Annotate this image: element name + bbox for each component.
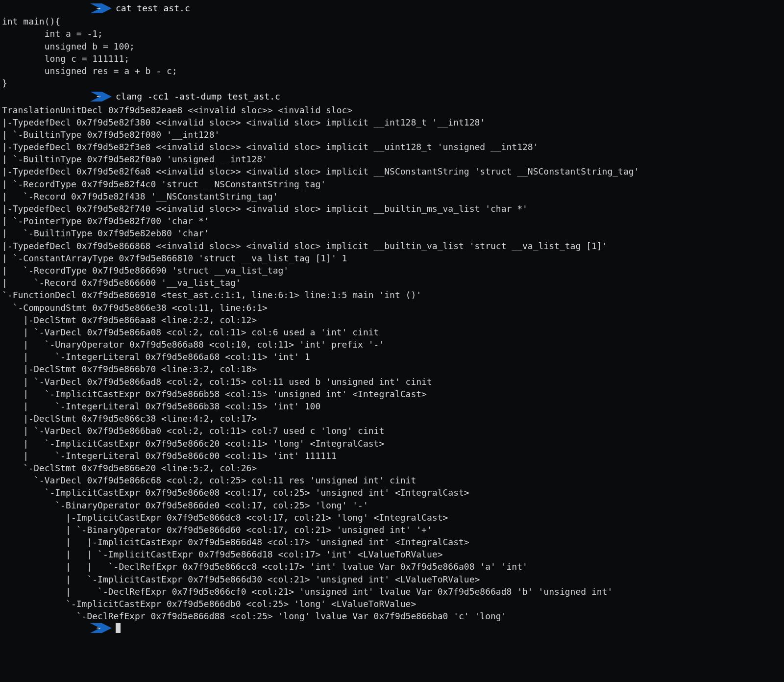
terminal-window[interactable]: ~ cat test_ast.c int main(){ int a = -1;… — [0, 0, 784, 636]
svg-marker-4 — [90, 623, 112, 633]
ast-line: |-TypedefDecl 0x7f9d5e82f740 <<invalid s… — [2, 202, 782, 215]
command-text-2: clang -cc1 -ast-dump test_ast.c — [116, 90, 280, 102]
ast-line: |-TypedefDecl 0x7f9d5e866868 <<invalid s… — [2, 240, 782, 252]
ast-line: | `-RecordType 0x7f9d5e82f4c0 'struct __… — [2, 178, 782, 190]
ast-line: `-ImplicitCastExpr 0x7f9d5e866e08 <col:1… — [2, 486, 782, 499]
ast-line: |-TypedefDecl 0x7f9d5e82f380 <<invalid s… — [2, 116, 782, 128]
ast-line: | `-ImplicitCastExpr 0x7f9d5e866c20 <col… — [2, 437, 782, 450]
source-code-output: int main(){ int a = -1; unsigned b = 100… — [2, 15, 782, 89]
ast-line: | `-UnaryOperator 0x7f9d5e866a88 <col:10… — [2, 338, 782, 351]
code-line: unsigned res = a + b - c; — [2, 65, 782, 77]
ast-line: |-DeclStmt 0x7f9d5e866aa8 <line:2:2, col… — [2, 314, 782, 326]
terminal-cursor[interactable] — [116, 623, 121, 633]
ast-line: | | `-ImplicitCastExpr 0x7f9d5e866d18 <c… — [2, 548, 782, 560]
ast-line: | | `-DeclRefExpr 0x7f9d5e866cc8 <col:17… — [2, 560, 782, 573]
svg-marker-2 — [90, 92, 112, 101]
ast-line: `-DeclRefExpr 0x7f9d5e866d88 <col:25> 'l… — [2, 610, 782, 622]
ast-line: `-CompoundStmt 0x7f9d5e866e38 <col:11, l… — [2, 302, 782, 314]
ast-line: |-DeclStmt 0x7f9d5e866c38 <line:4:2, col… — [2, 412, 782, 425]
ast-line: |-TypedefDecl 0x7f9d5e82f6a8 <<invalid s… — [2, 165, 782, 177]
ast-line: | `-DeclRefExpr 0x7f9d5e866cf0 <col:21> … — [2, 585, 782, 598]
code-line: int a = -1; — [2, 27, 782, 40]
ast-line: | `-ImplicitCastExpr 0x7f9d5e866d30 <col… — [2, 573, 782, 585]
prompt-line-1: ~ cat test_ast.c — [2, 2, 782, 14]
code-line: long c = 111111; — [2, 52, 782, 65]
prompt-arrow-icon: ~ — [90, 623, 112, 633]
ast-line: |-DeclStmt 0x7f9d5e866b70 <line:3:2, col… — [2, 363, 782, 375]
ast-line: `-VarDecl 0x7f9d5e866c68 <col:2, col:25>… — [2, 474, 782, 486]
ast-line: | `-BinaryOperator 0x7f9d5e866d60 <col:1… — [2, 524, 782, 536]
prompt-arrow-icon: ~ — [90, 3, 112, 13]
ast-line: | `-Record 0x7f9d5e866600 '__va_list_tag… — [2, 277, 782, 289]
svg-marker-0 — [90, 3, 112, 13]
ast-line: | `-IntegerLiteral 0x7f9d5e866b38 <col:1… — [2, 400, 782, 412]
ast-line: | `-BuiltinType 0x7f9d5e82eb80 'char' — [2, 227, 782, 239]
ast-line: | |-ImplicitCastExpr 0x7f9d5e866d48 <col… — [2, 536, 782, 548]
ast-line: |-TypedefDecl 0x7f9d5e82f3e8 <<invalid s… — [2, 141, 782, 153]
ast-line: `-ImplicitCastExpr 0x7f9d5e866db0 <col:2… — [2, 598, 782, 610]
prompt-arrow-icon: ~ — [90, 92, 112, 101]
ast-line: | `-IntegerLiteral 0x7f9d5e866a68 <col:1… — [2, 351, 782, 363]
ast-line: | `-VarDecl 0x7f9d5e866ad8 <col:2, col:1… — [2, 376, 782, 388]
ast-dump-output: TranslationUnitDecl 0x7f9d5e82eae8 <<inv… — [2, 104, 782, 623]
prompt-line-2: ~ clang -cc1 -ast-dump test_ast.c — [2, 90, 782, 102]
ast-line: | `-VarDecl 0x7f9d5e866a08 <col:2, col:1… — [2, 326, 782, 338]
ast-line: | `-ImplicitCastExpr 0x7f9d5e866b58 <col… — [2, 388, 782, 400]
ast-line: `-BinaryOperator 0x7f9d5e866de0 <col:17,… — [2, 499, 782, 511]
ast-line: | `-BuiltinType 0x7f9d5e82f080 '__int128… — [2, 128, 782, 141]
ast-line: TranslationUnitDecl 0x7f9d5e82eae8 <<inv… — [2, 104, 782, 116]
ast-line: | `-RecordType 0x7f9d5e866690 'struct __… — [2, 264, 782, 277]
svg-text:~: ~ — [97, 4, 100, 12]
ast-line: | `-Record 0x7f9d5e82f438 '__NSConstantS… — [2, 190, 782, 202]
code-line: unsigned b = 100; — [2, 40, 782, 52]
code-line: } — [2, 77, 782, 89]
svg-text:~: ~ — [97, 93, 100, 101]
command-text-1: cat test_ast.c — [116, 2, 190, 14]
ast-line: | `-BuiltinType 0x7f9d5e82f0a0 'unsigned… — [2, 153, 782, 165]
svg-text:~: ~ — [97, 624, 100, 632]
ast-line: | `-PointerType 0x7f9d5e82f700 'char *' — [2, 215, 782, 227]
prompt-line-3[interactable]: ~ — [2, 623, 782, 633]
ast-line: | `-VarDecl 0x7f9d5e866ba0 <col:2, col:1… — [2, 425, 782, 437]
ast-line: |-ImplicitCastExpr 0x7f9d5e866dc8 <col:1… — [2, 511, 782, 524]
ast-line: | `-ConstantArrayType 0x7f9d5e866810 'st… — [2, 252, 782, 264]
code-line: int main(){ — [2, 15, 782, 27]
ast-line: | `-IntegerLiteral 0x7f9d5e866c00 <col:1… — [2, 450, 782, 462]
ast-line: `-DeclStmt 0x7f9d5e866e20 <line:5:2, col… — [2, 462, 782, 474]
ast-line: `-FunctionDecl 0x7f9d5e866910 <test_ast.… — [2, 289, 782, 301]
